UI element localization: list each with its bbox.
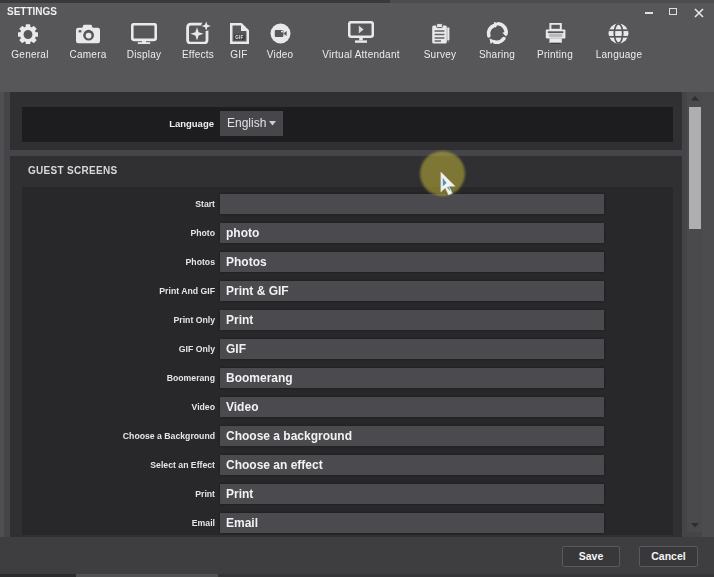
svg-text:GIF: GIF <box>235 35 243 40</box>
